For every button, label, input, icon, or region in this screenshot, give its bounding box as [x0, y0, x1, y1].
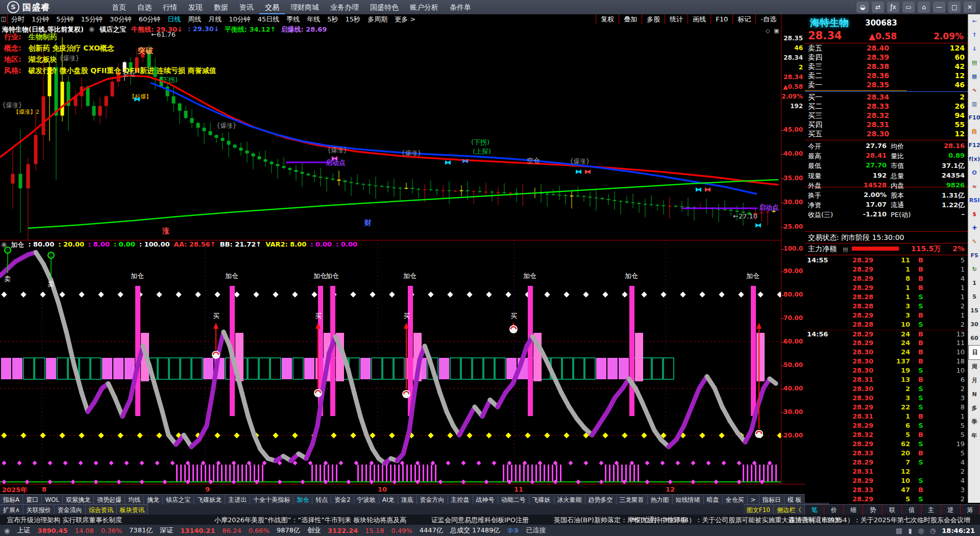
tool-button-F10[interactable]: F10	[710, 14, 732, 24]
pane-toggle-icon[interactable]: ◫	[0, 14, 8, 24]
tool-button-叠加[interactable]: 叠加	[619, 14, 642, 24]
quote-tab-联[interactable]: 联	[883, 504, 902, 515]
target-icon[interactable]: ◎	[918, 527, 924, 534]
strip-item-$[interactable]: $	[968, 207, 980, 221]
menu-item-10[interactable]: 账户分析	[404, 0, 444, 14]
ask-row-2[interactable]: 卖二28.3612	[805, 71, 968, 81]
list-icon[interactable]: ▤	[843, 246, 848, 253]
bid-row-4[interactable]: 买四28.3155	[805, 120, 968, 130]
menu-item-0[interactable]: 首页	[106, 0, 132, 14]
strip-item-多[interactable]: 多	[968, 401, 980, 415]
indicator-tab-飞碟妖龙[interactable]: 飞碟妖龙	[194, 494, 225, 504]
info-tab-综合资讯[interactable]: 综合资讯	[86, 504, 117, 515]
clock-icon[interactable]: ◷	[930, 527, 936, 534]
period-tab-4[interactable]: 30分钟	[106, 14, 135, 24]
indicator-tab-暗盘[interactable]: 暗盘	[704, 494, 723, 504]
menu-item-4[interactable]: 数据	[208, 0, 234, 14]
indicator-pane[interactable]	[0, 249, 781, 484]
strip-item-∿[interactable]: ∿	[968, 83, 980, 97]
ask-row-3[interactable]: 卖三28.3842	[805, 62, 968, 71]
bid-row-5[interactable]: 买五28.3012	[805, 130, 968, 139]
indicator-tab-镇店之宝[interactable]: 镇店之宝	[163, 494, 194, 504]
maximize-icon[interactable]: □	[948, 2, 961, 13]
period-tab-11[interactable]: 季线	[283, 14, 303, 24]
strip-item-✚[interactable]: ✚	[968, 221, 980, 235]
index-label-0[interactable]: 上证	[17, 526, 30, 535]
indicator-tab-冰火量能[interactable]: 冰火量能	[554, 494, 585, 504]
strip-item-60[interactable]: 60	[968, 331, 980, 345]
info-tab-关联报价[interactable]: 关联报价	[23, 504, 55, 515]
index-label-1[interactable]: 深证	[160, 526, 173, 535]
menu-item-1[interactable]: 自选	[132, 0, 157, 14]
period-tab-1[interactable]: 1分钟	[28, 14, 53, 24]
bid-row-2[interactable]: 买二28.3326	[805, 102, 968, 111]
menu-item-11[interactable]: 条件单	[444, 0, 477, 14]
menu-item-6[interactable]: 交易	[259, 0, 285, 14]
strip-item-15[interactable]: 15	[968, 304, 980, 318]
indicator-tab-十全十美指标[interactable]: 十全十美指标	[250, 494, 293, 504]
strip-item-自[interactable]: 自	[968, 125, 980, 138]
period-tab-15[interactable]: 多周期	[364, 14, 391, 24]
indicator-tab-三龙聚首[interactable]: 三龙聚首	[617, 494, 648, 504]
quote-tab-细[interactable]: 细	[844, 504, 863, 515]
indicator-tab-转点[interactable]: 转点	[312, 494, 331, 504]
indicator-tab-全仓买[interactable]: 全仓买	[723, 494, 748, 504]
period-tab-12[interactable]: 年线	[303, 14, 324, 24]
monitor-icon[interactable]: ▭	[902, 2, 915, 13]
minimize-icon[interactable]: —	[933, 2, 945, 13]
ask-row-4[interactable]: 卖四28.3960	[805, 53, 968, 62]
indicator-tab-资金方向[interactable]: 资金方向	[417, 494, 448, 504]
tab-right-指标日[interactable]: 指标日	[760, 494, 785, 504]
message-icon[interactable]: ◒	[856, 2, 869, 13]
keyboard-icon[interactable]: ▤	[896, 527, 902, 534]
indicator-tab-强势起爆[interactable]: 强势起爆	[94, 494, 125, 504]
strip-item-周[interactable]: 周	[968, 360, 980, 374]
period-tab-16[interactable]: 更多 >	[391, 14, 419, 24]
menu-item-7[interactable]: 理财商城	[285, 0, 325, 14]
indicator-tab-双紫擒龙[interactable]: 双紫擒龙	[63, 494, 94, 504]
strip-item-季[interactable]: 季	[968, 415, 980, 429]
indicator-tab-均线[interactable]: 均线	[125, 494, 144, 504]
strip-item-月[interactable]: 月	[968, 374, 980, 387]
index-label-2[interactable]: 创业	[307, 526, 321, 535]
indicator-tab-趋势多空[interactable]: 趋势多空	[585, 494, 617, 504]
strip-item-F10[interactable]: F10	[968, 111, 980, 125]
indicator-tab-顶底[interactable]: 顶底	[398, 494, 417, 504]
plug-icon[interactable]: ▮	[908, 527, 912, 534]
indicator-tab-短线情绪[interactable]: 短线情绪	[673, 494, 704, 504]
tool-button--自选[interactable]: -自选	[755, 14, 781, 24]
quote-tab-势[interactable]: 势	[863, 504, 883, 515]
tab-right-图文F10[interactable]: 图文F10	[744, 504, 774, 515]
quote-tab-逆[interactable]: 逆	[941, 504, 961, 515]
menu-item-3[interactable]: 发现	[183, 0, 208, 14]
tool-button-复权[interactable]: 复权	[596, 14, 619, 24]
strip-item-30[interactable]: 30	[968, 318, 980, 331]
tool-button-统计[interactable]: 统计	[665, 14, 688, 24]
strip-item-F5[interactable]: F5	[968, 249, 980, 262]
indicator-tab-资金2[interactable]: 资金2	[331, 494, 354, 504]
tab-right-模 板[interactable]: 模 板	[785, 494, 805, 504]
strip-item-F12[interactable]: F12	[968, 138, 980, 152]
indicator-tab-主控盘[interactable]: 主控盘	[448, 494, 473, 504]
quote-tab-筹[interactable]: 筹	[961, 504, 980, 515]
bid-row-1[interactable]: 买一28.342	[805, 93, 968, 102]
info-tab-扩展∧[interactable]: 扩展∧	[0, 504, 23, 515]
info-tab-资金流向[interactable]: 资金流向	[55, 504, 86, 515]
theme-icon[interactable]: ⌂	[918, 2, 930, 13]
period-tab-2[interactable]: 5分钟	[53, 14, 77, 24]
strip-item-年[interactable]: 年	[968, 429, 980, 443]
strip-item-▦[interactable]: ▦	[968, 69, 980, 83]
indicator-tab-主进出[interactable]: 主进出	[225, 494, 250, 504]
diamond-icon[interactable]: ◇	[766, 28, 770, 34]
indicator-tab-飞碟妖[interactable]: 飞碟妖	[529, 494, 554, 504]
indicator-tab-窗口[interactable]: 窗口	[23, 494, 42, 504]
menu-item-2[interactable]: 行情	[157, 0, 183, 14]
indicator-tab-动能二号[interactable]: 动能二号	[498, 494, 529, 504]
indicator-tab-WOL[interactable]: WOL	[42, 494, 63, 504]
quote-tab-笔[interactable]: 笔	[805, 504, 824, 515]
indicator-tab-擒龙[interactable]: 擒龙	[144, 494, 163, 504]
period-tab-0[interactable]: 分时	[8, 14, 28, 24]
tab-right-侧边栏《[interactable]: 侧边栏《	[774, 504, 805, 515]
ask-row-5[interactable]: 卖五28.40124	[805, 44, 968, 53]
menu-item-8[interactable]: 业务办理	[325, 0, 364, 14]
